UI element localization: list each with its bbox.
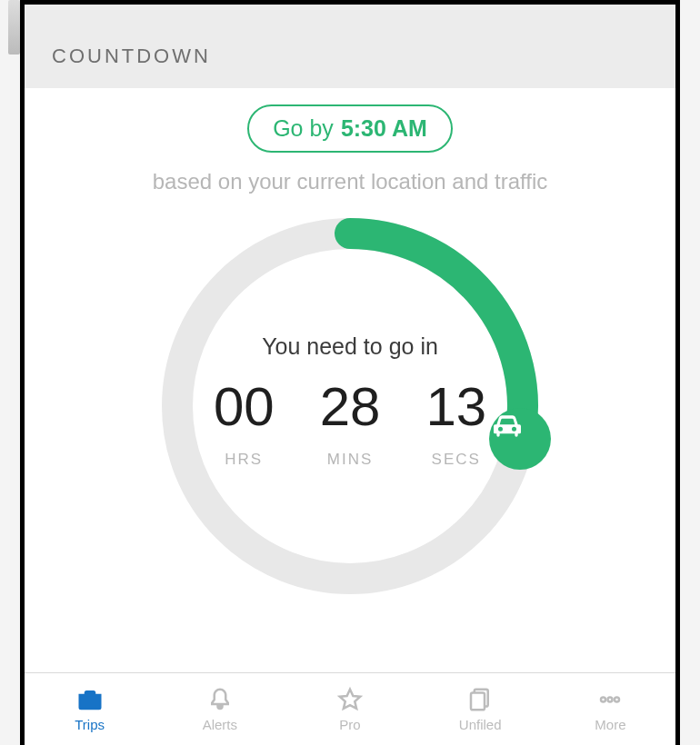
need-to-go-text: You need to go in [155,333,545,360]
mins-unit: 28 MINS [320,380,381,469]
countdown-panel: Go by 5:30 AM based on your current loca… [25,88,675,659]
section-header: COUNTDOWN [25,25,675,88]
tab-pro[interactable]: Pro [285,673,415,745]
go-by-prefix: Go by [273,115,334,142]
countdown-ring: You need to go in 00 HRS 28 MINS 13 SECS [155,211,545,601]
subtext: based on your current location and traff… [43,169,657,194]
svg-point-4 [608,698,613,702]
briefcase-icon [75,686,105,713]
go-by-pill[interactable]: Go by 5:30 AM [247,104,453,153]
tab-unfiled[interactable]: Unfiled [415,673,545,745]
tab-more-label: More [595,717,625,732]
tab-alerts-label: Alerts [203,717,237,732]
tab-more[interactable]: More [545,673,675,745]
center-text: You need to go in 00 HRS 28 MINS 13 SECS [155,333,545,469]
section-title: COUNTDOWN [52,45,211,68]
timer-row: 00 HRS 28 MINS 13 SECS [155,380,545,469]
go-by-time: 5:30 AM [341,115,427,142]
documents-icon [465,686,495,713]
tab-trips[interactable]: Trips [25,673,155,745]
mins-label: MINS [327,451,374,469]
secs-value: 13 [425,380,486,434]
tab-trips-label: Trips [75,717,105,732]
tab-alerts[interactable]: Alerts [155,673,285,745]
more-icon [595,686,625,713]
tab-bar: Trips Alerts Pro Unfiled More [25,672,675,745]
star-icon [335,686,365,713]
mins-value: 28 [320,380,381,434]
hours-value: 00 [214,380,275,434]
secs-unit: 13 SECS [425,380,486,469]
bell-icon [205,686,235,713]
hours-label: HRS [225,451,263,469]
status-bar-gap [25,5,675,25]
phone-screen: COUNTDOWN Go by 5:30 AM based on your cu… [20,0,680,745]
device-side-button [8,0,20,55]
hours-unit: 00 HRS [214,380,275,469]
svg-point-3 [601,698,605,702]
tab-unfiled-label: Unfiled [459,717,502,732]
secs-label: SECS [432,451,481,469]
svg-rect-2 [471,693,485,710]
tab-pro-label: Pro [339,717,360,732]
svg-point-5 [615,698,619,702]
